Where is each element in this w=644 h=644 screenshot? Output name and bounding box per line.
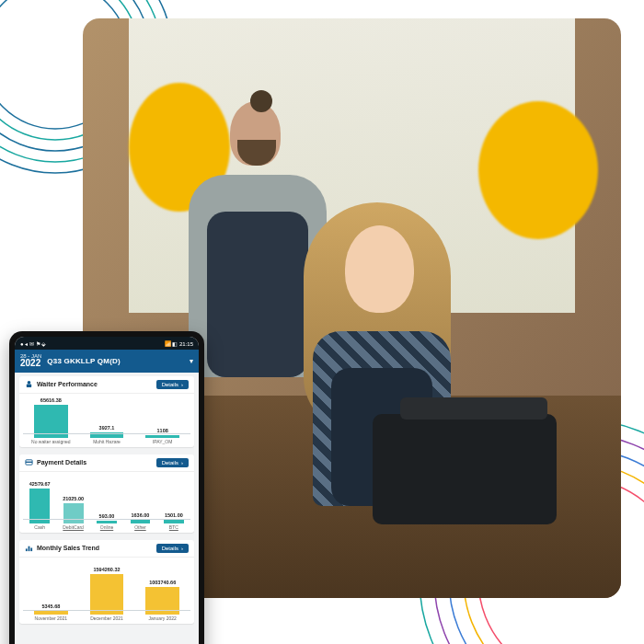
- card-title: Monthly Sales Trend: [37, 545, 99, 551]
- bar-label: BTC: [169, 525, 178, 531]
- bar: [97, 521, 117, 523]
- bar-item: 1501.00BTC: [157, 512, 190, 531]
- bar-item: 593.00Online: [90, 513, 123, 531]
- bar-label: No waiter assigned: [31, 440, 71, 445]
- bar-label: Mohit Hazare: [93, 440, 121, 445]
- bar-value: 42579.67: [29, 481, 51, 487]
- bar-item: 65616.38No waiter assigned: [23, 397, 79, 445]
- waiter-icon: [25, 380, 33, 388]
- details-button[interactable]: Details›: [156, 458, 189, 467]
- bar-value: 1501.00: [165, 512, 183, 518]
- bar-item: 21025.00DebitCard: [56, 496, 89, 531]
- bar-label: Online: [100, 525, 113, 531]
- bar-value: 1594260.32: [93, 567, 120, 572]
- card-title: Waiter Performance: [37, 381, 98, 387]
- status-time: 21:15: [179, 341, 193, 347]
- bar-value: 1003740.66: [149, 580, 176, 585]
- card-monthly-sales: Monthly Sales Trend Details› 5345.68Nove…: [19, 540, 194, 624]
- bar-item: 1594260.32December 2021: [79, 567, 135, 622]
- bar-item: 42579.67Cash: [23, 481, 56, 531]
- bar-value: 593.00: [99, 513, 115, 519]
- bar: [164, 520, 184, 523]
- bar: [145, 587, 178, 615]
- bar-value: 65616.38: [40, 397, 62, 403]
- header-title[interactable]: Q33 GKKLLP QM(D): [47, 357, 184, 365]
- chevron-right-icon: ›: [181, 382, 183, 387]
- bar-item: 5345.68November 2021: [23, 604, 79, 622]
- details-button[interactable]: Details›: [156, 544, 189, 553]
- svg-point-10: [28, 381, 31, 385]
- chevron-right-icon: ›: [181, 460, 183, 466]
- bar-item: 1108IPAY_OM: [134, 428, 190, 445]
- bar-label: DebitCard: [63, 525, 84, 531]
- svg-rect-14: [26, 549, 28, 552]
- bar: [145, 435, 178, 438]
- phone-device: ● ◂ ✉ ⚑ ⬙ 📶 ◧ 21:15 28 - JAN 2022 Q33 GK…: [9, 331, 204, 644]
- pos-register: [373, 414, 557, 524]
- bar-value: 5345.68: [41, 604, 60, 609]
- bar: [63, 503, 84, 523]
- svg-rect-11: [27, 385, 31, 388]
- chevron-down-icon[interactable]: ▾: [190, 357, 193, 365]
- bar: [29, 489, 50, 523]
- bar-label: November 2021: [35, 616, 68, 622]
- bar: [34, 405, 67, 438]
- trend-chart: 5345.68November 20211594260.32December 2…: [19, 558, 194, 624]
- header-date[interactable]: 28 - JAN 2022: [20, 353, 41, 369]
- app-header: 28 - JAN 2022 Q33 GKKLLP QM(D) ▾: [15, 350, 199, 373]
- bar-value: 21025.00: [63, 496, 84, 501]
- bar-label: IPAY_OM: [153, 440, 173, 445]
- payment-chart: 42579.67Cash21025.00DebitCard593.00Onlin…: [19, 472, 194, 533]
- bar-label: December 2021: [90, 616, 123, 622]
- waiter-chart: 65616.38No waiter assigned3927.1Mohit Ha…: [19, 394, 194, 447]
- bar-item: 1636.00Other: [123, 512, 156, 531]
- bar: [90, 432, 123, 438]
- status-right: 📶 ◧ 21:15: [165, 340, 193, 347]
- bar-label: January 2022: [149, 616, 177, 622]
- bar-item: 3927.1Mohit Hazare: [79, 425, 135, 445]
- bar-value: 3927.1: [99, 425, 115, 431]
- android-statusbar: ● ◂ ✉ ⚑ ⬙ 📶 ◧ 21:15: [15, 337, 199, 350]
- svg-rect-16: [30, 548, 32, 552]
- bar-label: Other: [134, 525, 146, 531]
- bar-item: 1003740.66January 2022: [134, 580, 190, 622]
- card-title: Payment Details: [37, 459, 86, 466]
- payment-icon: [25, 458, 33, 466]
- trend-icon: [25, 544, 33, 552]
- bar: [34, 611, 67, 615]
- bar-value: 1108: [157, 428, 168, 433]
- svg-rect-15: [29, 546, 30, 551]
- details-button[interactable]: Details›: [156, 380, 189, 389]
- card-payment-details: Payment Details Details› 42579.67Cash210…: [19, 454, 194, 533]
- chevron-right-icon: ›: [181, 546, 183, 551]
- status-icons-left: ● ◂ ✉ ⚑ ⬙: [20, 340, 46, 347]
- bar-label: Cash: [34, 525, 45, 531]
- svg-rect-13: [26, 462, 32, 463]
- bar: [90, 574, 123, 615]
- bar: [131, 520, 151, 523]
- card-waiter-performance: Waiter Performance Details› 65616.38No w…: [19, 376, 194, 447]
- bar-value: 1636.00: [131, 512, 149, 518]
